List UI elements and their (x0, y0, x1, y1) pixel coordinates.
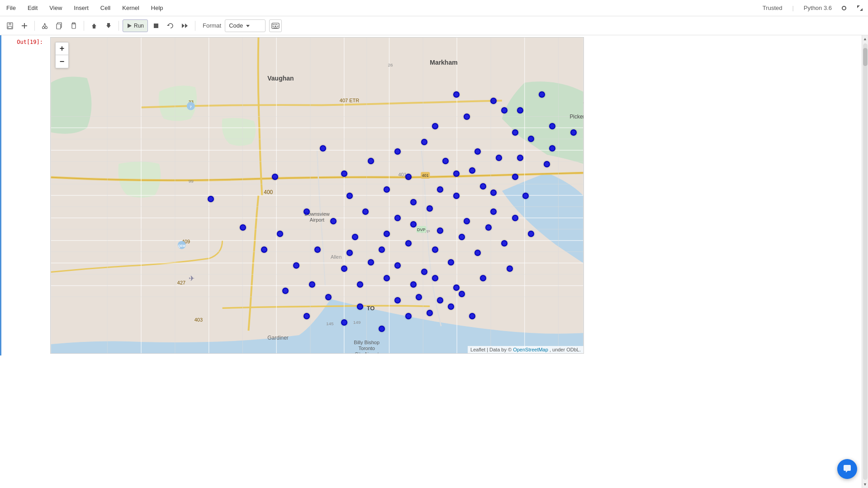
map-marker[interactable] (469, 313, 475, 319)
map-marker[interactable] (459, 291, 465, 297)
paste-button[interactable] (67, 19, 80, 32)
map-marker[interactable] (410, 199, 417, 205)
map-marker[interactable] (384, 186, 390, 193)
map-marker[interactable] (522, 193, 529, 199)
map-marker[interactable] (507, 265, 513, 272)
zoom-in-button[interactable]: + (56, 43, 68, 55)
map-marker[interactable] (314, 246, 321, 253)
map-marker[interactable] (432, 246, 438, 253)
scroll-down-arrow[interactable]: ▼ (863, 482, 868, 487)
menu-file[interactable]: File (5, 4, 18, 12)
cut-button[interactable] (38, 19, 51, 32)
map-marker[interactable] (453, 171, 460, 177)
map-marker[interactable] (469, 167, 475, 174)
map-marker[interactable] (379, 326, 385, 332)
resize-icon[interactable] (856, 5, 863, 12)
map-marker[interactable] (368, 259, 374, 265)
map-marker[interactable] (544, 161, 550, 167)
map-marker[interactable] (357, 303, 363, 310)
map-marker[interactable] (208, 196, 214, 202)
menu-insert[interactable]: Insert (72, 4, 90, 12)
save-button[interactable] (4, 19, 16, 32)
map-marker[interactable] (549, 145, 555, 152)
map-marker[interactable] (427, 310, 433, 316)
move-down-button[interactable] (102, 19, 115, 32)
map-marker[interactable] (394, 215, 401, 221)
code-type-dropdown[interactable]: Code (225, 19, 266, 32)
leaflet-label[interactable]: Leaflet (470, 347, 485, 352)
map-marker[interactable] (512, 215, 518, 221)
map-marker[interactable] (437, 297, 443, 303)
map-marker[interactable] (517, 155, 523, 161)
menu-view[interactable]: View (47, 4, 64, 12)
map-marker[interactable] (432, 123, 438, 129)
map-marker[interactable] (261, 246, 267, 253)
scrollbar[interactable]: ▲ ▼ (862, 35, 868, 488)
map-marker[interactable] (346, 193, 353, 199)
map-marker[interactable] (357, 281, 363, 288)
map-marker[interactable] (277, 231, 283, 237)
map-marker[interactable] (512, 174, 518, 180)
map-marker[interactable] (453, 91, 460, 98)
map-marker[interactable] (464, 114, 470, 120)
add-cell-button[interactable] (18, 19, 31, 32)
map-marker[interactable] (352, 234, 358, 240)
map-marker[interactable] (421, 139, 427, 145)
map-marker[interactable] (405, 174, 412, 180)
map-marker[interactable] (405, 240, 412, 246)
map-marker[interactable] (240, 224, 246, 231)
scroll-thumb[interactable] (863, 48, 868, 66)
map-container[interactable]: Vaughan Markham Ajax Pickering Mississau… (50, 37, 584, 354)
map-marker[interactable] (464, 218, 470, 224)
restart-button[interactable] (164, 19, 177, 32)
map-marker[interactable] (427, 205, 433, 212)
map-marker[interactable] (480, 183, 486, 190)
map-marker[interactable] (474, 250, 481, 256)
map-marker[interactable] (394, 297, 401, 303)
map-marker[interactable] (341, 265, 347, 272)
map-marker[interactable] (517, 107, 523, 114)
map-marker[interactable] (410, 281, 417, 288)
map-marker[interactable] (341, 171, 347, 177)
map-marker[interactable] (346, 250, 353, 256)
copy-button[interactable] (53, 19, 66, 32)
map-marker[interactable] (496, 155, 502, 161)
move-up-button[interactable] (88, 19, 100, 32)
notebook-cell-area[interactable]: Out[19]: (0, 35, 862, 488)
map-marker[interactable] (512, 129, 518, 136)
map-marker[interactable] (480, 275, 486, 281)
map-marker[interactable] (453, 284, 460, 291)
map-marker[interactable] (325, 294, 332, 300)
stop-button[interactable] (150, 19, 162, 32)
map-marker[interactable] (293, 262, 299, 269)
map-marker[interactable] (272, 174, 278, 180)
map-marker[interactable] (437, 186, 443, 193)
map-marker[interactable] (528, 231, 534, 237)
map-marker[interactable] (570, 129, 577, 136)
map-marker[interactable] (384, 231, 390, 237)
map-marker[interactable] (394, 148, 401, 155)
scroll-track[interactable] (863, 43, 868, 480)
map-marker[interactable] (384, 275, 390, 281)
map-marker[interactable] (405, 313, 412, 319)
map-marker[interactable] (394, 262, 401, 269)
chat-fab-button[interactable] (837, 459, 857, 479)
map-marker[interactable] (448, 303, 454, 310)
keyboard-shortcut-button[interactable] (269, 19, 282, 32)
map-marker[interactable] (330, 218, 337, 224)
map-marker[interactable] (379, 246, 385, 253)
map-marker[interactable] (549, 123, 555, 129)
map-marker[interactable] (304, 208, 310, 215)
zoom-out-button[interactable]: − (56, 55, 68, 68)
scroll-up-arrow[interactable]: ▲ (863, 36, 868, 42)
map-marker[interactable] (539, 91, 545, 98)
map-marker[interactable] (485, 224, 492, 231)
map-marker[interactable] (474, 148, 481, 155)
run-button[interactable]: Run (123, 19, 148, 32)
map-marker[interactable] (410, 221, 417, 227)
map-marker[interactable] (416, 294, 422, 300)
map-marker[interactable] (501, 240, 508, 246)
map-marker[interactable] (501, 107, 508, 114)
map-marker[interactable] (442, 158, 449, 164)
fast-forward-button[interactable] (179, 19, 191, 32)
